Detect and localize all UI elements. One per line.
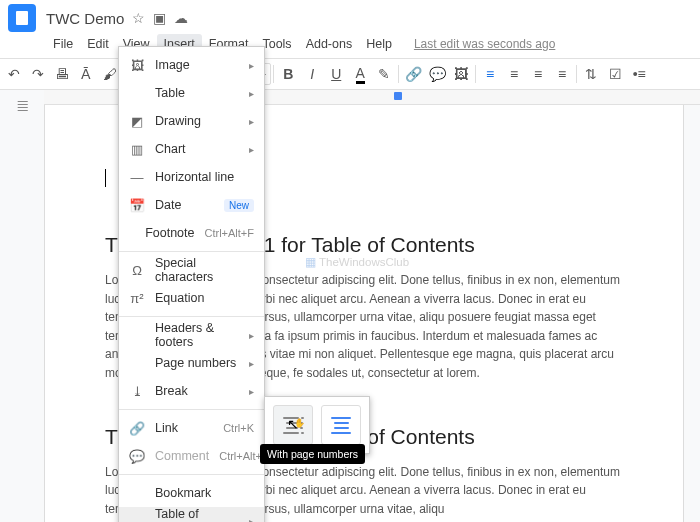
menu-item-bookmark[interactable]: Bookmark	[119, 479, 264, 507]
underline-icon[interactable]: U	[324, 62, 348, 86]
align-right-icon[interactable]: ≡	[526, 62, 550, 86]
align-center-icon[interactable]: ≡	[502, 62, 526, 86]
spellcheck-icon[interactable]: Ᾱ	[74, 62, 98, 86]
menu-item-date[interactable]: 📅DateNew	[119, 191, 264, 219]
new-badge: New	[224, 199, 254, 212]
bold-icon[interactable]: B	[276, 62, 300, 86]
drawing-icon: ◩	[129, 114, 145, 129]
move-icon[interactable]: ▣	[153, 10, 166, 26]
checklist-icon[interactable]: ☑	[603, 62, 627, 86]
menu-item-table-of-contents[interactable]: Table of contents▸	[119, 507, 264, 522]
insert-link-icon[interactable]: 🔗	[401, 62, 425, 86]
menu-item-chart[interactable]: ▥Chart▸	[119, 135, 264, 163]
line-spacing-icon[interactable]: ⇅	[579, 62, 603, 86]
menu-item-link[interactable]: 🔗LinkCtrl+K	[119, 414, 264, 442]
menu-item-equation[interactable]: π²Equation	[119, 284, 264, 312]
menu-item-special-chars[interactable]: ΩSpecial characters	[119, 256, 264, 284]
text-cursor	[105, 169, 106, 187]
menu-addons[interactable]: Add-ons	[299, 34, 360, 54]
outline-toggle-icon[interactable]: ≣	[16, 96, 29, 115]
menu-bar: File Edit View Insert Format Tools Add-o…	[0, 32, 700, 58]
menu-item-headers-footers[interactable]: Headers & footers▸	[119, 321, 264, 349]
insert-image-icon[interactable]: 🖼	[449, 62, 473, 86]
menu-item-table[interactable]: Table▸	[119, 79, 264, 107]
hr-icon: —	[129, 170, 145, 185]
image-icon: 🖼	[129, 58, 145, 73]
menu-item-drawing[interactable]: ◩Drawing▸	[119, 107, 264, 135]
last-edit-link[interactable]: Last edit was seconds ago	[407, 34, 562, 54]
toc-tooltip: With page numbers	[260, 444, 365, 464]
menu-item-image[interactable]: 🖼Image▸	[119, 51, 264, 79]
menu-file[interactable]: File	[46, 34, 80, 54]
print-icon[interactable]: 🖶	[50, 62, 74, 86]
undo-icon[interactable]: ↶	[2, 62, 26, 86]
link-icon: 🔗	[129, 421, 145, 436]
comment-icon: 💬	[129, 449, 145, 464]
equation-icon: π²	[129, 291, 145, 306]
menu-help[interactable]: Help	[359, 34, 399, 54]
menu-item-footnote[interactable]: FootnoteCtrl+Alt+F	[119, 219, 264, 247]
indent-marker-icon[interactable]	[394, 92, 402, 100]
menu-item-horizontal-line[interactable]: —Horizontal line	[119, 163, 264, 191]
menu-item-break[interactable]: ⤓Break▸	[119, 377, 264, 405]
menu-item-comment: 💬CommentCtrl+Alt+M	[119, 442, 264, 470]
align-left-icon[interactable]: ≡	[478, 62, 502, 86]
menu-edit[interactable]: Edit	[80, 34, 116, 54]
italic-icon[interactable]: I	[300, 62, 324, 86]
watermark: ▦ TheWindowsClub	[305, 255, 409, 269]
text-color-icon[interactable]: A	[348, 62, 372, 86]
highlight-icon[interactable]: ✎	[372, 62, 396, 86]
menu-item-page-numbers[interactable]: Page numbers▸	[119, 349, 264, 377]
doc-title[interactable]: TWC Demo	[46, 10, 124, 27]
mouse-cursor-icon: ↖︎✋	[287, 416, 310, 432]
star-icon[interactable]: ☆	[132, 10, 145, 26]
docs-logo	[8, 4, 36, 32]
add-comment-icon[interactable]: 💬	[425, 62, 449, 86]
toolbar: ↶ ↷ 🖶 Ᾱ 🖌 Headin▾ ▾ − + B I U A ✎ 🔗 💬 🖼 …	[0, 58, 700, 90]
chart-icon: ▥	[129, 142, 145, 157]
toc-with-links[interactable]	[321, 405, 361, 445]
date-icon: 📅	[129, 198, 145, 213]
cloud-icon[interactable]: ☁	[174, 10, 188, 26]
bullet-list-icon[interactable]: •≡	[627, 62, 651, 86]
break-icon: ⤓	[129, 384, 145, 399]
align-justify-icon[interactable]: ≡	[550, 62, 574, 86]
insert-menu-dropdown: 🖼Image▸ Table▸ ◩Drawing▸ ▥Chart▸ —Horizo…	[118, 46, 265, 522]
redo-icon[interactable]: ↷	[26, 62, 50, 86]
special-chars-icon: Ω	[129, 263, 145, 278]
